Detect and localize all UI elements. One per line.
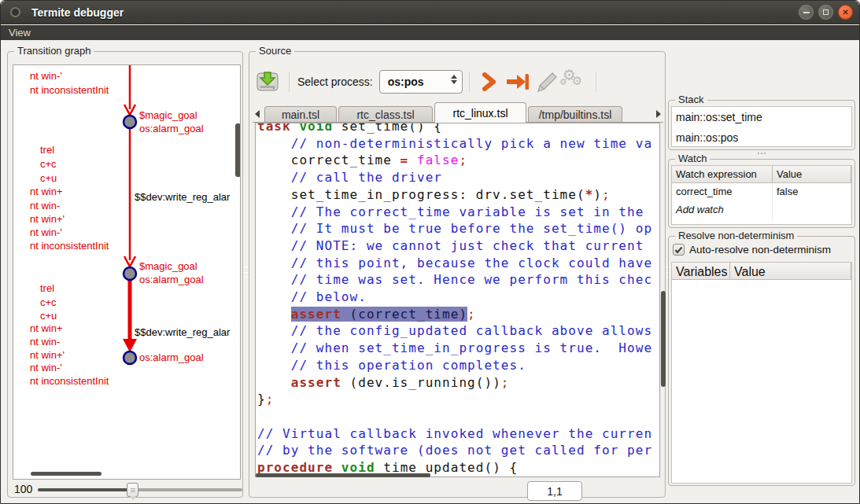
code-token xyxy=(257,375,291,390)
code-area[interactable]: task void set_time() { // non-determinis… xyxy=(255,123,660,477)
code-token: // by the software (does not get called … xyxy=(257,443,652,458)
code-token: ; xyxy=(602,187,611,202)
code-token: // this point, because the clock could h… xyxy=(257,256,652,270)
variables-column-header[interactable]: Variables xyxy=(672,263,730,280)
tab--tmp-builtins-tsl[interactable]: /tmp/builtins.tsl xyxy=(528,106,622,123)
stack-list: main::os:set_timemain::os:pos xyxy=(671,106,852,147)
graph-vertical-scrollbar[interactable] xyxy=(235,123,241,177)
watch-expression[interactable]: correct_time xyxy=(672,183,773,201)
title-bar: Termite debugger ✕ xyxy=(1,1,859,24)
code-line: }; xyxy=(257,391,659,408)
code-line: // NOTE: we cannot just check that curre… xyxy=(257,237,659,255)
graph-label: $$dev:write_reg_alar xyxy=(135,326,230,338)
watch-row[interactable]: Add watch xyxy=(672,201,851,219)
code-token: // call the driver xyxy=(257,170,442,185)
gears-icon: ⚙ xyxy=(559,77,567,87)
watch-value xyxy=(773,201,851,219)
watch-expression[interactable]: Add watch xyxy=(672,201,773,219)
code-line: // non-deterministically pick a new time… xyxy=(257,135,659,153)
code-token: assert xyxy=(291,375,341,390)
chevron-left-icon xyxy=(255,110,260,118)
stack-frame[interactable]: main::os:set_time xyxy=(672,107,851,127)
code-token: task xyxy=(257,123,291,134)
process-select[interactable]: os:pos xyxy=(379,70,463,94)
code-line: // the config_updated callback above all… xyxy=(257,322,659,340)
code-horizontal-scrollbar[interactable] xyxy=(256,473,659,477)
transition-graph-panel: Transition graph nt win-'nt inconsistent… xyxy=(7,51,243,498)
source-title: Source xyxy=(256,45,294,57)
code-token: set_time_in_progress: drv.set_time( xyxy=(257,187,585,202)
source-toolbar: Select process: os:pos xyxy=(253,66,662,97)
zoom-slider[interactable] xyxy=(38,488,242,491)
state-node[interactable] xyxy=(124,351,136,364)
graph-label: nt win- xyxy=(30,336,60,348)
tab-scroll-right-button[interactable] xyxy=(654,109,663,120)
graph-label: nt win+ xyxy=(30,186,63,197)
graph-label: $magic_goal xyxy=(139,109,197,121)
watch-column-header[interactable]: Value xyxy=(773,166,851,183)
state-node[interactable] xyxy=(124,116,136,128)
code-token: (dev.is_running()) xyxy=(341,375,501,390)
code-vertical-scrollbar[interactable] xyxy=(661,123,666,477)
code-token xyxy=(408,153,417,167)
cursor-position-indicator[interactable]: 1,1 xyxy=(527,481,582,501)
state-node[interactable] xyxy=(124,267,136,280)
graph-label: c+u xyxy=(40,310,57,322)
code-token: set_time() { xyxy=(333,123,442,134)
maximize-button[interactable] xyxy=(818,5,833,20)
stack-frame[interactable]: main::os:pos xyxy=(672,127,851,147)
code-token: // the config_updated callback above all… xyxy=(257,323,652,338)
graph-label: c+u xyxy=(40,172,57,184)
tab-scroll-left-button[interactable] xyxy=(253,109,262,120)
gears-icon: ⚙ xyxy=(572,74,582,88)
code-token: // Virtual callback invoked whenever the… xyxy=(257,426,652,441)
graph-edges-svg xyxy=(13,65,241,480)
code-token: false xyxy=(417,153,459,167)
step-button[interactable] xyxy=(476,69,503,94)
code-token: ; xyxy=(467,307,476,322)
variables-column-header[interactable]: Value xyxy=(730,263,851,280)
minimize-button[interactable] xyxy=(799,5,814,20)
settings-button[interactable]: ⚙ ⚙ ⚙ xyxy=(561,69,589,94)
resolve-title: Resolve non-determinism xyxy=(675,230,797,241)
graph-label: nt inconsistentInit xyxy=(30,375,109,387)
code-line: // by the software (does not get called … xyxy=(257,442,659,459)
code-line: assert (correct_time); xyxy=(257,306,659,323)
chevron-right-icon xyxy=(656,110,661,118)
code-line: // below. xyxy=(257,289,659,306)
spinner-arrows-icon xyxy=(451,75,457,84)
source-panel: Source Select process: os:pos xyxy=(249,51,666,498)
code-line: assert (dev.is_running()); xyxy=(257,374,659,392)
menu-view[interactable]: View xyxy=(1,27,39,39)
menu-bar: View xyxy=(1,25,859,40)
code-token: // time was set. Hence we perform this c… xyxy=(257,272,652,287)
code-token: ; xyxy=(501,375,510,390)
tab-rtc-linux-tsl[interactable]: rtc_linux.tsl xyxy=(434,102,526,123)
tab-main-tsl[interactable]: main.tsl xyxy=(264,106,337,123)
graph-canvas[interactable]: nt win-'nt inconsistentInit$magic_goalos… xyxy=(13,64,241,480)
code-token: // non-deterministically pick a new time… xyxy=(257,136,652,151)
auto-resolve-checkbox[interactable] xyxy=(673,244,685,256)
graph-horizontal-scrollbar[interactable] xyxy=(31,472,102,476)
run-to-cursor-button[interactable] xyxy=(503,69,533,94)
stack-resize-handle[interactable] xyxy=(758,153,766,154)
code-token: } xyxy=(257,392,266,407)
watch-column-header[interactable]: Watch expression xyxy=(672,166,773,183)
tab-bar: main.tslrtc_class.tslrtc_linux.tsl/tmp/b… xyxy=(253,102,663,123)
left-splitter-handle[interactable] xyxy=(243,267,249,278)
code-token xyxy=(257,307,291,322)
window-title: Termite debugger xyxy=(31,6,124,19)
close-button[interactable]: ✕ xyxy=(838,5,853,20)
code-token: // when set_time_in_progress is true. Ho… xyxy=(257,340,652,355)
tab-rtc-class-tsl[interactable]: rtc_class.tsl xyxy=(338,106,433,123)
watch-value: false xyxy=(773,183,851,201)
watch-row[interactable]: correct_timefalse xyxy=(672,183,851,201)
graph-label: nt inconsistentInit xyxy=(30,240,109,252)
graph-label: $magic_goal xyxy=(139,260,197,272)
code-token: assert xyxy=(291,307,341,322)
edit-button[interactable] xyxy=(533,69,561,94)
zoom-slider-handle[interactable] xyxy=(127,483,138,497)
code-line: // this operation completes. xyxy=(257,357,659,374)
load-source-button[interactable] xyxy=(253,68,282,95)
code-token: (correct_time) xyxy=(341,307,467,322)
